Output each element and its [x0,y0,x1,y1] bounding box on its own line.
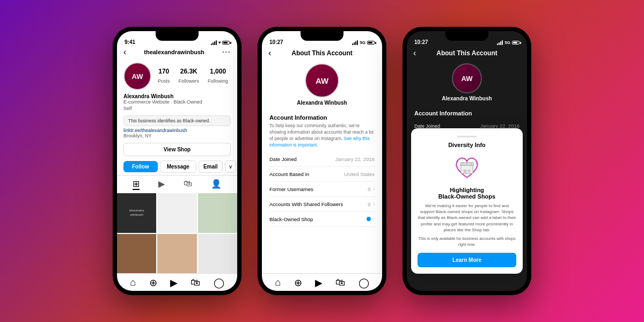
black-owned-shop-label: Black-Owned Shop [269,216,313,222]
status-time-3: 10:27 [414,39,428,45]
page-title-2: About This Account [291,49,353,57]
modal-heading: HighlightingBlack-Owned Shops [418,187,516,200]
following-count: 1,000 [208,68,228,75]
photo-grid: alexandrawinbush [117,193,237,273]
date-joined-row: Date Joined January 22, 2016 [269,152,375,167]
battery-icon-2 [367,41,375,45]
signal-icon-3 [497,40,503,45]
tagged-tab[interactable]: 👤 [211,179,222,190]
date-joined-label: Date Joined [269,156,297,162]
grid-item-3[interactable] [198,193,237,232]
avatar-3: AW [452,63,482,93]
chevron-right-icon-1: › [373,186,375,192]
status-icons-2: 5G [352,40,375,45]
chevron-right-icon-2: › [373,201,375,207]
svg-rect-2 [467,170,471,172]
more-actions-button[interactable]: ∨ [225,160,236,173]
home-nav-2[interactable]: ⌂ [275,277,281,289]
profile-link[interactable]: linktr.ee/thealexandrawinbush [123,128,231,133]
account-based-value: United States [344,171,375,177]
shared-followers-value-row: 0 › [368,201,375,207]
shop-nav-icon[interactable]: 🛍 [191,277,200,289]
former-usernames-value-row: 0 › [368,186,375,192]
about-avatar-section-2: AW Alexandra Winbush [262,59,382,110]
modal-note: This is only available for business acco… [418,236,516,247]
content-tabs: ⊞ ▶ 🛍 👤 [117,175,237,193]
grid-item-1[interactable]: alexandrawinbush [117,193,156,232]
modal-title: Diversity Info [418,142,516,148]
profile-bio-line2: Self [123,106,231,112]
profile-stats-section: AW 170 Posts 26.3K Followers 1,000 Follo… [117,59,237,93]
stats-row: 170 Posts 26.3K Followers 1,000 Followin… [158,68,228,85]
grid-item-6[interactable] [198,234,237,273]
modal-description: We're making it easier for people to fin… [418,203,516,233]
shop-nav-2[interactable]: 🛍 [335,277,345,289]
section-title-2: Account Information [269,114,375,121]
shared-followers-row[interactable]: Accounts With Shared Followers 0 › [269,197,375,212]
profile-nav-icon[interactable]: ◯ [214,277,224,289]
former-usernames-label: Former Usernames [269,186,313,192]
phone-1: 9:41 ▾ ‹ thealexandrawinbush ··· AW 170 … [113,27,241,295]
notch-3 [445,31,488,41]
follow-button[interactable]: Follow [123,161,158,172]
posts-label: Posts [158,78,170,84]
grid-item-2[interactable] [157,193,196,232]
reels-nav-2[interactable]: ▶ [315,277,323,289]
header-username: thealexandrawinbush [144,49,204,55]
svg-rect-1 [463,170,466,173]
about-header-2: ‹ About This Account [262,46,382,59]
posts-stat: 170 Posts [158,68,170,85]
account-based-label: Account Based in [269,171,309,177]
black-owned-shop-value-row: › [367,216,375,222]
reels-tab[interactable]: ▶ [158,179,165,190]
5g-icon: 5G [360,40,365,45]
svg-point-9 [475,168,477,169]
section-desc-2: To help keep our community authentic, we… [269,123,375,149]
blue-dot-icon [367,217,371,221]
home-nav-icon[interactable]: ⌂ [130,277,136,289]
shop-heart-icon [452,152,482,182]
profile-info: Alexandra Winbush E-commerce Website · B… [117,93,237,114]
chevron-right-icon-3: › [373,216,375,222]
account-based-row: Account Based in United States [269,167,375,182]
learn-more-button[interactable]: Learn More [418,253,516,267]
about-header-3: ‹ About This Account [407,46,527,59]
svg-point-6 [456,160,458,162]
back-arrow[interactable]: ‹ [123,47,126,57]
status-icons-1: ▾ [211,40,230,45]
svg-rect-0 [461,165,473,173]
phone-2-screen: 10:27 5G ‹ About This Account AW Alexand… [262,31,382,291]
account-info-section-2: Account Information To help keep our com… [262,110,382,229]
profile-link-section: linktr.ee/thealexandrawinbush Brooklyn, … [117,128,237,141]
signal-icon-1 [211,40,217,45]
shared-followers-count: 0 [368,201,370,207]
grid-item-4[interactable] [117,234,156,273]
search-nav-icon[interactable]: ⊕ [149,277,157,289]
back-button-2[interactable]: ‹ [268,48,271,58]
about-username-3: Alexandra Winbush [442,96,492,101]
more-options-icon[interactable]: ··· [222,47,231,57]
former-usernames-row[interactable]: Former Usernames 0 › [269,182,375,197]
action-buttons-row: Follow Message Email ∨ [117,158,237,175]
reels-nav-icon[interactable]: ▶ [170,277,178,289]
page-title-3: About This Account [436,49,497,57]
grid-tab[interactable]: ⊞ [133,179,140,190]
profile-nav-2[interactable]: ◯ [358,277,369,289]
profile-header: ‹ thealexandrawinbush ··· [117,46,237,59]
phone-3-screen: 10:27 5G ‹ About This Account AW Alexand… [407,31,527,291]
back-button-3[interactable]: ‹ [413,48,416,58]
message-button[interactable]: Message [160,160,196,173]
grid-item-5[interactable] [157,234,196,273]
shop-tab[interactable]: 🛍 [184,179,192,190]
signal-icon-2 [352,40,358,45]
section-title-3: Account Information [414,110,519,116]
about-avatar-section-3: AW Alexandra Winbush [407,59,527,106]
black-owned-shop-row[interactable]: Black-Owned Shop › [269,212,375,227]
profile-location: Brooklyn, NY [123,133,231,138]
view-shop-button[interactable]: View Shop [123,143,231,156]
email-button[interactable]: Email [199,160,223,173]
followers-label: Followers [179,78,200,84]
following-label: Following [208,78,228,84]
modal-drag-handle [457,136,477,137]
search-nav-2[interactable]: ⊕ [294,277,302,289]
